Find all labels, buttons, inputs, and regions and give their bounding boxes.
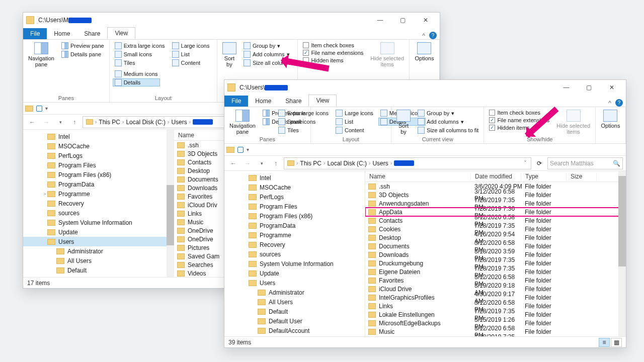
up-button[interactable]: ↑ bbox=[68, 116, 80, 128]
layout-medium[interactable]: Medium icons bbox=[113, 70, 160, 78]
tab-file[interactable]: File bbox=[23, 28, 47, 39]
tree-item[interactable]: defaultuser100001 bbox=[224, 335, 365, 336]
tree-item[interactable]: System Volume Information bbox=[23, 218, 174, 227]
tree-item[interactable]: Programme bbox=[224, 230, 365, 240]
tree-item[interactable]: ProgramData bbox=[224, 221, 365, 230]
tab-file[interactable]: File bbox=[224, 96, 248, 107]
tree-item[interactable]: PerfLogs bbox=[224, 192, 365, 202]
tab-share[interactable]: Share bbox=[278, 96, 308, 107]
file-extensions-toggle[interactable]: File name extensions bbox=[301, 49, 365, 56]
file-list[interactable]: .ssh3/6/2020 4:09 PMFile folder3D Object… bbox=[365, 182, 626, 336]
maximize-button[interactable]: ▢ bbox=[578, 80, 600, 95]
tree-item[interactable]: Administrator bbox=[23, 246, 174, 256]
tree-item[interactable]: MSOCache bbox=[23, 141, 174, 151]
hidden-items-toggle[interactable]: Hidden items bbox=[301, 57, 365, 64]
tab-view[interactable]: View bbox=[308, 95, 337, 107]
recent-button[interactable]: ▾ bbox=[256, 157, 268, 169]
group-by-button[interactable]: Group by ▾ bbox=[416, 109, 480, 117]
layout-tiles[interactable]: Tiles bbox=[276, 126, 331, 134]
help-icon[interactable]: ? bbox=[429, 32, 437, 39]
hidden-items-toggle[interactable]: Hidden items bbox=[487, 124, 551, 131]
tree-item[interactable]: Intel bbox=[224, 173, 365, 183]
tree-item[interactable]: Intel bbox=[23, 132, 174, 141]
options-button[interactable]: Options bbox=[599, 109, 622, 129]
layout-small[interactable]: Small icons bbox=[276, 118, 331, 126]
forward-button[interactable]: → bbox=[40, 116, 52, 128]
back-button[interactable]: ← bbox=[26, 116, 38, 128]
tree-item[interactable]: Program Files bbox=[23, 160, 174, 170]
add-columns-button[interactable]: Add columns ▾ bbox=[242, 50, 294, 58]
layout-large[interactable]: Large icons bbox=[170, 42, 212, 50]
minimize-button[interactable]: — bbox=[369, 13, 391, 27]
tree-item[interactable]: System Volume Information bbox=[224, 259, 365, 268]
navigation-tree[interactable]: IntelMSOCachePerfLogsProgram FilesProgra… bbox=[23, 130, 174, 277]
address-bar[interactable]: ›This PC ›Local Disk (C:) ›Users › ˅ bbox=[284, 157, 531, 169]
address-dropdown-icon[interactable]: ˅ bbox=[521, 160, 530, 167]
view-details-icon[interactable]: ≡ bbox=[599, 338, 610, 347]
recent-button[interactable]: ▾ bbox=[54, 116, 66, 128]
tree-item[interactable]: Default bbox=[23, 265, 174, 275]
tree-item[interactable]: Program Files bbox=[224, 202, 365, 211]
add-columns-button[interactable]: Add columns ▾ bbox=[416, 118, 480, 126]
tree-item[interactable]: MSOCache bbox=[224, 183, 365, 192]
file-extensions-toggle[interactable]: File name extensions bbox=[487, 117, 551, 124]
layout-list[interactable]: List bbox=[170, 50, 212, 58]
tree-item[interactable]: Program Files (x86) bbox=[23, 170, 174, 179]
size-columns-button[interactable]: Size all columns to fit bbox=[416, 126, 480, 134]
sort-by-button[interactable]: Sort by bbox=[220, 42, 238, 68]
help-icon[interactable]: ? bbox=[615, 99, 623, 107]
tree-item[interactable]: Administrator bbox=[224, 288, 365, 297]
navigation-pane-button[interactable]: Navigation pane bbox=[227, 109, 258, 135]
layout-content[interactable]: Content bbox=[334, 126, 375, 134]
tree-item[interactable]: PerfLogs bbox=[23, 151, 174, 160]
tree-item[interactable]: All Users bbox=[224, 297, 365, 307]
sort-by-button[interactable]: Sort by bbox=[394, 109, 413, 135]
quick-access-toolbar[interactable]: ▾ bbox=[224, 144, 626, 156]
column-headers[interactable]: Name Date modified Type Size bbox=[365, 171, 626, 182]
tab-view[interactable]: View bbox=[107, 27, 135, 39]
tree-item[interactable]: DefaultAccount bbox=[224, 326, 365, 335]
tree-item[interactable]: Recovery bbox=[23, 199, 174, 208]
layout-extra-large[interactable]: Extra large icons bbox=[276, 109, 331, 117]
hide-selected-button[interactable]: Hide selected items bbox=[368, 42, 406, 68]
tab-share[interactable]: Share bbox=[77, 28, 107, 39]
tree-item[interactable]: Program Files (x86) bbox=[224, 211, 365, 221]
tree-item[interactable]: Update bbox=[224, 268, 365, 278]
layout-content[interactable]: Content bbox=[170, 59, 212, 67]
forward-button[interactable]: → bbox=[242, 157, 254, 169]
tree-item[interactable]: >Programme bbox=[23, 189, 174, 199]
back-button[interactable]: ← bbox=[227, 157, 239, 169]
list-item[interactable]: Netzwerkumgebung7/28/2019 7:35 PMFile fo… bbox=[365, 336, 626, 336]
collapse-ribbon-icon[interactable]: ^ bbox=[422, 32, 425, 39]
navigation-tree[interactable]: IntelMSOCachePerfLogsProgram FilesProgra… bbox=[224, 171, 365, 336]
collapse-ribbon-icon[interactable]: ^ bbox=[608, 100, 611, 107]
up-button[interactable]: ↑ bbox=[270, 157, 282, 169]
layout-small[interactable]: Small icons bbox=[113, 50, 167, 58]
options-button[interactable]: Options bbox=[413, 42, 436, 62]
details-pane-button[interactable]: Details pane bbox=[59, 50, 106, 58]
size-columns-button[interactable]: Size all columns bbox=[242, 59, 294, 67]
preview-pane-button[interactable]: Preview pane bbox=[59, 42, 106, 50]
tree-item[interactable]: Update bbox=[23, 227, 174, 237]
tab-home[interactable]: Home bbox=[248, 96, 278, 107]
close-button[interactable]: ✕ bbox=[414, 13, 437, 27]
tree-item[interactable]: ProgramData bbox=[23, 179, 174, 189]
content-scrollbar[interactable] bbox=[618, 171, 626, 336]
layout-list[interactable]: List bbox=[334, 118, 375, 126]
layout-large[interactable]: Large icons bbox=[334, 109, 375, 117]
tree-item[interactable]: sources bbox=[23, 208, 174, 218]
minimize-button[interactable]: — bbox=[555, 80, 578, 95]
group-by-button[interactable]: Group by ▾ bbox=[242, 42, 294, 50]
hide-selected-button[interactable]: Hide selected items bbox=[554, 109, 592, 135]
search-input[interactable]: Search Matthias🔍 bbox=[547, 157, 623, 169]
item-checkboxes-toggle[interactable]: Item check boxes bbox=[487, 109, 551, 116]
properties-icon[interactable] bbox=[237, 147, 244, 153]
qat-dropdown-icon[interactable]: ▾ bbox=[45, 106, 48, 111]
navigation-pane-button[interactable]: Navigation pane bbox=[26, 42, 56, 68]
tree-item[interactable]: Default User bbox=[224, 316, 365, 326]
tab-home[interactable]: Home bbox=[47, 28, 77, 39]
close-button[interactable]: ✕ bbox=[600, 80, 623, 95]
refresh-button[interactable]: ⟳ bbox=[533, 157, 545, 169]
maximize-button[interactable]: ▢ bbox=[391, 13, 414, 27]
tree-item[interactable]: Recovery bbox=[224, 240, 365, 249]
